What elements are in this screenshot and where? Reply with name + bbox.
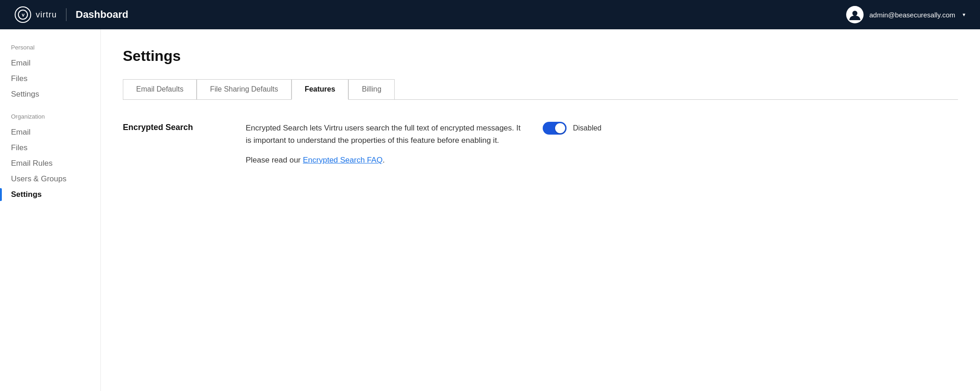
logo-text: virtru: [36, 10, 57, 20]
organization-section: Organization Email Files Email Rules Use…: [11, 113, 100, 202]
header: v virtru Dashboard admin@beasecuresally.…: [0, 0, 980, 29]
settings-tabs: Email Defaults File Sharing Defaults Fea…: [123, 79, 958, 100]
sidebar-item-personal-files[interactable]: Files: [11, 71, 100, 87]
encrypted-search-prefix: Please read our: [246, 156, 303, 164]
header-divider: [66, 8, 66, 21]
main-content: Settings Email Defaults File Sharing Def…: [101, 29, 980, 391]
encrypted-search-suffix: .: [383, 156, 385, 164]
encrypted-search-toggle[interactable]: [543, 122, 567, 135]
tab-email-defaults[interactable]: Email Defaults: [123, 79, 197, 100]
sidebar-item-personal-settings[interactable]: Settings: [11, 87, 100, 102]
sidebar-item-org-users-groups[interactable]: Users & Groups: [11, 171, 100, 187]
encrypted-search-desc-line1: Encrypted Search lets Virtru users searc…: [246, 122, 521, 147]
avatar: [846, 6, 864, 23]
sidebar-item-org-email[interactable]: Email: [11, 125, 100, 140]
sidebar-item-org-email-rules[interactable]: Email Rules: [11, 156, 100, 171]
tab-file-sharing-defaults[interactable]: File Sharing Defaults: [197, 79, 292, 100]
sidebar-item-org-files[interactable]: Files: [11, 140, 100, 156]
virtru-logo-icon: v: [15, 6, 31, 23]
encrypted-search-description: Encrypted Search lets Virtru users searc…: [246, 122, 521, 174]
page-title: Settings: [123, 48, 958, 65]
header-title: Dashboard: [76, 9, 128, 21]
personal-section-label: Personal: [11, 44, 100, 51]
logo: v virtru: [15, 6, 57, 23]
layout: Personal Email Files Settings Organizati…: [0, 29, 980, 391]
toggle-track: [543, 122, 567, 135]
encrypted-search-label: Encrypted Search: [123, 122, 224, 132]
header-left: v virtru Dashboard: [15, 6, 128, 23]
sidebar-item-personal-email[interactable]: Email: [11, 55, 100, 71]
sidebar-item-org-settings[interactable]: Settings: [11, 187, 100, 202]
organization-section-label: Organization: [11, 113, 100, 120]
chevron-down-icon: ▾: [963, 11, 965, 18]
encrypted-search-control: Disabled: [543, 122, 601, 135]
svg-text:v: v: [22, 12, 25, 17]
encrypted-search-desc-line2: Please read our Encrypted Search FAQ.: [246, 154, 521, 166]
svg-point-3: [853, 11, 858, 16]
personal-section: Personal Email Files Settings: [11, 44, 100, 102]
tab-billing[interactable]: Billing: [348, 79, 395, 100]
encrypted-search-faq-link[interactable]: Encrypted Search FAQ: [303, 156, 383, 164]
encrypted-search-row: Encrypted Search Encrypted Search lets V…: [123, 122, 958, 174]
user-menu[interactable]: admin@beasecuresally.com ▾: [846, 6, 965, 23]
toggle-thumb: [555, 123, 565, 133]
user-email: admin@beasecuresally.com: [869, 11, 955, 19]
tab-features[interactable]: Features: [292, 79, 349, 100]
sidebar: Personal Email Files Settings Organizati…: [0, 29, 101, 391]
encrypted-search-status: Disabled: [573, 124, 601, 132]
